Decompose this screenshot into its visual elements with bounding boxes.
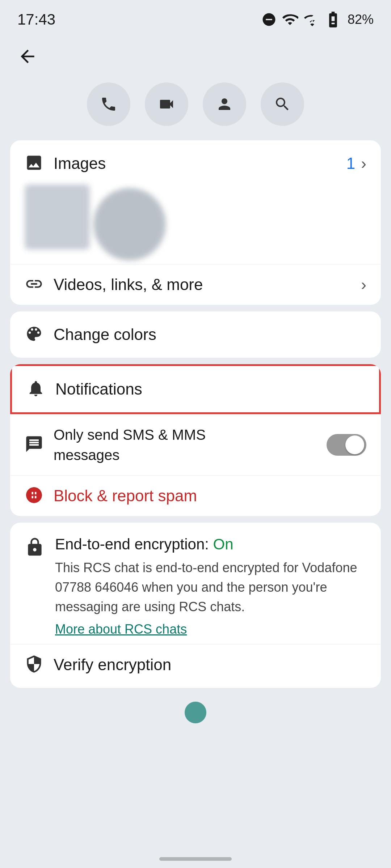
link-icon-wrap <box>25 275 43 295</box>
sms-toggle-row[interactable]: Only send SMS & MMSmessages <box>10 414 381 475</box>
sms-icon <box>25 435 43 454</box>
encryption-content: End-to-end encryption: On This RCS chat … <box>55 536 366 637</box>
images-grid <box>10 181 381 264</box>
sms-label-wrap: Only send SMS & MMSmessages <box>54 425 327 465</box>
videos-links-label: Videos, links, & more <box>54 276 361 294</box>
lock-icon-wrap <box>25 536 45 559</box>
sms-icon-wrap <box>25 435 43 455</box>
toggle-knob <box>345 435 364 454</box>
change-colors-card: Change colors <box>10 311 381 358</box>
video-call-button[interactable] <box>145 82 188 126</box>
battery-percent: 82% <box>348 12 374 27</box>
status-time: 17:43 <box>17 11 55 28</box>
verify-encryption-label: Verify encryption <box>54 656 171 674</box>
block-icon <box>25 486 43 505</box>
bottom-hint <box>0 694 391 731</box>
person-icon <box>216 95 233 113</box>
encryption-title: End-to-end encryption: On <box>55 536 366 553</box>
phone-call-button[interactable] <box>87 82 130 126</box>
images-header[interactable]: Images 1 › <box>10 140 381 181</box>
signal-icon <box>303 12 319 27</box>
shield-icon <box>25 655 43 673</box>
notifications-row[interactable]: Notifications <box>10 364 381 414</box>
encryption-link[interactable]: More about RCS chats <box>55 622 187 637</box>
notifications-card: Notifications Only send SMS & MMSmessage… <box>10 364 381 516</box>
sms-toggle[interactable] <box>327 434 366 456</box>
notifications-label: Notifications <box>55 380 365 398</box>
bell-icon-wrap <box>26 379 45 399</box>
contact-button[interactable] <box>203 82 246 126</box>
change-colors-row[interactable]: Change colors <box>10 311 381 358</box>
block-spam-row[interactable]: Block & report spam <box>10 475 381 516</box>
verify-encryption-row[interactable]: Verify encryption <box>10 644 381 688</box>
images-label: Images <box>54 154 346 173</box>
wifi-icon <box>282 11 298 28</box>
dnd-icon <box>261 12 277 27</box>
image-icon <box>25 153 43 172</box>
palette-icon-wrap <box>25 324 43 345</box>
search-button[interactable] <box>261 82 304 126</box>
bell-icon <box>26 379 45 398</box>
images-chevron: › <box>361 154 366 173</box>
images-count: 1 <box>346 154 355 173</box>
link-icon <box>25 275 43 293</box>
encryption-card: End-to-end encryption: On This RCS chat … <box>10 523 381 688</box>
image-thumb-2 <box>93 188 166 260</box>
lock-icon <box>25 537 45 557</box>
back-arrow-container[interactable] <box>0 35 391 77</box>
phone-icon <box>100 95 117 113</box>
search-icon <box>274 95 291 113</box>
encryption-description: This RCS chat is end-to-end encrypted fo… <box>55 558 366 617</box>
bottom-hint-icon <box>185 702 206 723</box>
block-spam-label: Block & report spam <box>54 487 197 505</box>
encryption-title-prefix: End-to-end encryption: <box>55 536 213 553</box>
back-arrow-icon <box>17 46 38 67</box>
battery-icon <box>324 10 342 29</box>
videos-links-row[interactable]: Videos, links, & more › <box>10 264 381 305</box>
encryption-status: On <box>213 536 234 553</box>
block-icon-wrap <box>25 486 43 506</box>
video-icon <box>158 95 175 113</box>
home-indicator <box>159 857 232 861</box>
encryption-section: End-to-end encryption: On This RCS chat … <box>10 523 381 644</box>
image-icon-wrap <box>25 153 43 174</box>
change-colors-label: Change colors <box>54 326 366 344</box>
image-thumb-1 <box>25 184 90 250</box>
videos-links-chevron: › <box>361 276 366 294</box>
sms-label: Only send SMS & MMSmessages <box>54 425 327 465</box>
shield-icon-wrap <box>25 655 43 675</box>
action-buttons-row <box>0 77 391 140</box>
status-icons: 82% <box>261 10 374 29</box>
palette-icon <box>25 324 43 343</box>
images-card: Images 1 › Videos, links, & more › <box>10 140 381 305</box>
status-bar: 17:43 82% <box>0 0 391 35</box>
